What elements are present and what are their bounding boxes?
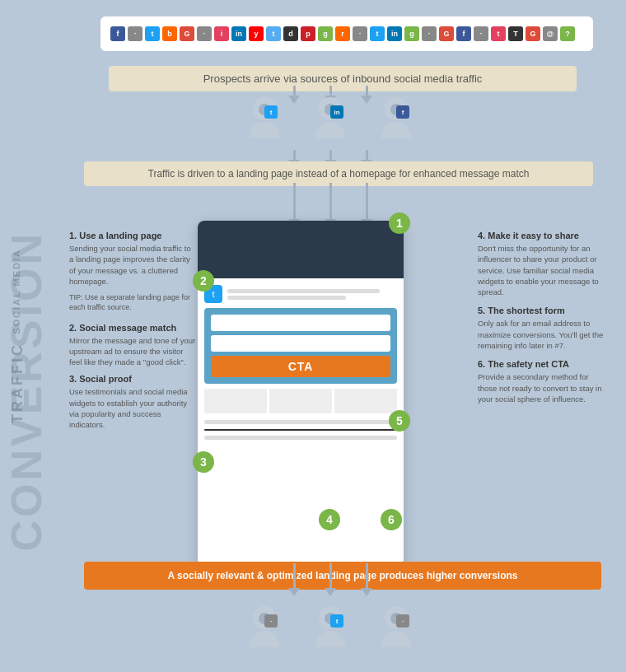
mockup-proof-box [334,389,397,413]
bottom-arrows [35,563,626,596]
social-icon: in [387,26,402,41]
social-icon: t [266,26,281,41]
person-head: · [385,606,408,629]
person-badge: · [264,614,278,628]
social-icon: G [180,26,194,41]
person-head: t [319,606,342,629]
item4-desc: Don't miss the opportunity for an influe… [478,243,610,297]
person-icon-bottom: · [376,606,417,656]
social-icon: g [318,26,333,41]
person-icon: f [376,97,417,147]
person-badge: t [264,105,278,119]
mockup-form-row [211,335,390,352]
item1-tip: TIP: Use a separate landing page for eac… [69,293,197,312]
person-icon-bottom: · [244,606,285,656]
person-body [381,631,411,647]
person-body [315,631,345,647]
social-icon: T [508,26,523,41]
person-head: t [253,97,276,120]
item2-desc: Mirror the message and tone of your upst… [69,335,197,368]
right-text-panel: 4. Make it easy to share Don't miss the … [478,231,610,413]
mockup-line [204,436,397,440]
social-icon: · [197,26,212,41]
number-1-circle: 1 [389,212,410,234]
mockup-line [227,289,380,293]
item4-title: 4. Make it easy to share [478,231,610,240]
person-head: in [319,97,342,120]
mockup-proof-box [269,389,332,413]
social-icon: @ [543,26,558,41]
item5-desc: Only ask for an email address to maximiz… [478,318,610,351]
number-3-circle: 3 [193,451,214,473]
main-content: f·tbG·iinytdpgr·ting·Gf·tTG@? Prospects … [35,0,626,672]
social-icon: d [283,26,298,41]
person-badge: in [330,105,343,119]
item6-desc: Provide a secondary method for those not… [478,371,610,404]
social-icon: y [249,26,264,41]
number-2-circle: 2 [193,270,214,292]
social-icon: G [526,26,540,41]
number-5-circle: 5 [389,410,410,432]
mockup-proof-box [204,389,267,413]
social-icon: r [335,26,350,41]
social-icon: f [456,26,471,41]
social-icon: · [353,26,367,41]
social-icon: · [422,26,437,41]
person-badge: t [330,614,343,628]
left-text-panel: 1. Use a landing page Sending your socia… [69,231,197,437]
person-body [250,631,279,647]
social-icon: g [404,26,419,41]
social-icon: b [162,26,177,41]
mockup-header [198,221,404,278]
landing-page-mockup: t CTA [198,221,404,567]
social-icon: t [145,26,160,41]
item1-desc: Sending your social media traffic to a l… [69,243,197,287]
number-4-circle: 4 [319,509,340,530]
mockup-divider [204,429,397,431]
person-head: · [253,606,276,629]
person-row-top: t in f [35,97,626,147]
mockup-form-area: CTA [204,308,397,384]
social-icon: t [370,26,385,41]
person-badge: f [396,105,409,119]
social-icon: i [214,26,229,41]
person-head: f [385,97,408,120]
person-icon: t [244,97,285,147]
number-6-circle: 6 [381,509,402,530]
person-body [315,122,345,138]
social-icon: f [110,26,125,41]
item5-title: 5. The shortest form [478,306,610,315]
item3-desc: Use testimonials and social media widget… [69,386,197,430]
social-icons-bar: f·tbG·iinytdpgr·ting·Gf·tTG@? [100,16,593,51]
item1-title: 1. Use a landing page [69,231,197,240]
mockup-line [227,296,346,300]
mockup-bottom-lines [204,420,397,440]
social-icon: G [439,26,454,41]
social-icon: · [128,26,142,41]
social-icon: p [301,26,315,41]
person-body [381,122,411,138]
item2-title: 2. Social message match [69,323,197,333]
person-icon: in [310,97,351,147]
mockup-proof-area [204,389,397,413]
person-row-bottom: · t · [35,606,626,656]
mockup-text-lines [227,289,397,300]
social-icon: ? [560,26,575,41]
social-icon: in [231,26,246,41]
person-body [250,122,279,138]
mockup-form-row [211,315,390,331]
mockup-line [204,420,397,424]
mockup-cta-button[interactable]: CTA [211,356,390,377]
person-badge: · [396,614,409,628]
social-icon: · [474,26,488,41]
mockup-body: t CTA [198,278,404,446]
social-icon: t [491,26,506,41]
person-icon-bottom: t [310,606,351,656]
item6-title: 6. The safety net CTA [478,359,610,369]
item3-title: 3. Social proof [69,374,197,384]
mockup-social-row: t [204,285,397,303]
